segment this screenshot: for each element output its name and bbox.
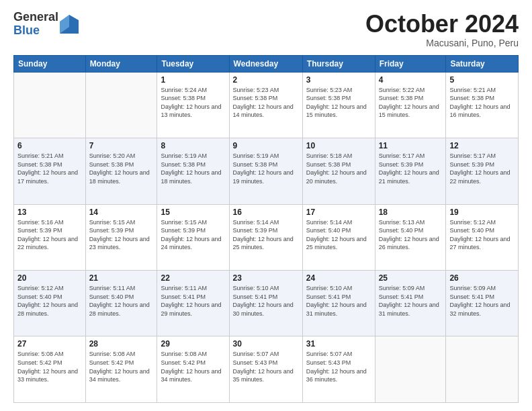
day-info: Sunrise: 5:12 AMSunset: 5:40 PMDaylight:… [449,218,515,252]
day-info: Sunrise: 5:23 AMSunset: 5:38 PMDaylight:… [233,86,299,120]
day-number: 20 [17,273,82,283]
header-thursday: Thursday [302,55,375,72]
header-tuesday: Tuesday [157,55,229,72]
table-row: 4Sunrise: 5:22 AMSunset: 5:38 PMDaylight… [375,72,446,138]
day-info: Sunrise: 5:20 AMSunset: 5:38 PMDaylight:… [89,152,154,185]
calendar-week-row: 20Sunrise: 5:12 AMSunset: 5:40 PMDayligh… [14,271,519,336]
day-info: Sunrise: 5:19 AMSunset: 5:38 PMDaylight:… [161,152,225,185]
day-number: 28 [89,339,154,349]
day-info: Sunrise: 5:21 AMSunset: 5:38 PMDaylight:… [17,152,82,185]
day-number: 19 [449,208,515,217]
header-saturday: Saturday [446,55,519,72]
day-info: Sunrise: 5:08 AMSunset: 5:42 PMDaylight:… [161,350,225,383]
day-number: 6 [17,141,82,150]
table-row: 22Sunrise: 5:11 AMSunset: 5:41 PMDayligh… [157,271,229,336]
header-wednesday: Wednesday [229,55,302,72]
title-block: October 2024 Macusani, Puno, Peru [365,11,519,48]
day-number: 14 [89,208,154,217]
day-info: Sunrise: 5:11 AMSunset: 5:41 PMDaylight:… [161,284,225,318]
day-info: Sunrise: 5:21 AMSunset: 5:38 PMDaylight:… [449,86,515,120]
table-row: 15Sunrise: 5:15 AMSunset: 5:39 PMDayligh… [157,204,229,270]
day-info: Sunrise: 5:07 AMSunset: 5:43 PMDaylight:… [306,350,371,383]
header-friday: Friday [375,55,446,72]
logo-text: General Blue [13,11,58,38]
calendar-week-row: 1Sunrise: 5:24 AMSunset: 5:38 PMDaylight… [14,72,519,138]
day-info: Sunrise: 5:16 AMSunset: 5:39 PMDaylight:… [17,218,82,252]
day-info: Sunrise: 5:17 AMSunset: 5:39 PMDaylight:… [449,152,515,185]
day-number: 2 [233,75,299,85]
table-row: 13Sunrise: 5:16 AMSunset: 5:39 PMDayligh… [14,204,86,270]
table-row: 21Sunrise: 5:11 AMSunset: 5:40 PMDayligh… [85,271,157,336]
header-monday: Monday [85,55,157,72]
logo-icon [60,15,79,34]
table-row: 30Sunrise: 5:07 AMSunset: 5:43 PMDayligh… [229,336,302,403]
calendar-table: Sunday Monday Tuesday Wednesday Thursday… [13,55,519,403]
day-number: 4 [379,75,443,85]
table-row [446,336,519,403]
day-info: Sunrise: 5:07 AMSunset: 5:43 PMDaylight:… [233,350,299,383]
day-number: 24 [306,273,371,283]
calendar-week-row: 27Sunrise: 5:08 AMSunset: 5:42 PMDayligh… [14,336,519,403]
calendar-week-row: 6Sunrise: 5:21 AMSunset: 5:38 PMDaylight… [14,138,519,204]
table-row: 6Sunrise: 5:21 AMSunset: 5:38 PMDaylight… [14,138,86,204]
day-number: 7 [89,141,154,150]
table-row: 2Sunrise: 5:23 AMSunset: 5:38 PMDaylight… [229,72,302,138]
page: General Blue October 2024 Macusani, Puno… [0,0,532,411]
day-info: Sunrise: 5:17 AMSunset: 5:39 PMDaylight:… [379,152,443,185]
day-info: Sunrise: 5:08 AMSunset: 5:42 PMDaylight:… [17,350,82,383]
day-info: Sunrise: 5:15 AMSunset: 5:39 PMDaylight:… [161,218,225,252]
day-info: Sunrise: 5:15 AMSunset: 5:39 PMDaylight:… [89,218,154,252]
day-number: 21 [89,273,154,283]
day-number: 22 [161,273,225,283]
day-number: 5 [449,75,515,85]
header-sunday: Sunday [14,55,86,72]
day-info: Sunrise: 5:14 AMSunset: 5:40 PMDaylight:… [306,218,371,252]
day-info: Sunrise: 5:08 AMSunset: 5:42 PMDaylight:… [89,350,154,383]
day-number: 26 [449,273,515,283]
table-row: 11Sunrise: 5:17 AMSunset: 5:39 PMDayligh… [375,138,446,204]
day-number: 23 [233,273,299,283]
day-number: 1 [161,75,225,85]
day-info: Sunrise: 5:23 AMSunset: 5:38 PMDaylight:… [306,86,371,120]
day-info: Sunrise: 5:09 AMSunset: 5:41 PMDaylight:… [379,284,443,318]
table-row: 27Sunrise: 5:08 AMSunset: 5:42 PMDayligh… [14,336,86,403]
day-info: Sunrise: 5:22 AMSunset: 5:38 PMDaylight:… [379,86,443,120]
logo: General Blue [13,11,79,38]
day-info: Sunrise: 5:18 AMSunset: 5:38 PMDaylight:… [306,152,371,185]
table-row: 5Sunrise: 5:21 AMSunset: 5:38 PMDaylight… [446,72,519,138]
table-row: 1Sunrise: 5:24 AMSunset: 5:38 PMDaylight… [157,72,229,138]
day-number: 27 [17,339,82,349]
day-info: Sunrise: 5:19 AMSunset: 5:38 PMDaylight:… [233,152,299,185]
table-row: 29Sunrise: 5:08 AMSunset: 5:42 PMDayligh… [157,336,229,403]
table-row: 25Sunrise: 5:09 AMSunset: 5:41 PMDayligh… [375,271,446,336]
day-number: 30 [233,339,299,349]
day-number: 11 [379,141,443,150]
day-number: 15 [161,208,225,217]
table-row: 26Sunrise: 5:09 AMSunset: 5:41 PMDayligh… [446,271,519,336]
table-row [375,336,446,403]
day-number: 29 [161,339,225,349]
table-row: 12Sunrise: 5:17 AMSunset: 5:39 PMDayligh… [446,138,519,204]
day-info: Sunrise: 5:12 AMSunset: 5:40 PMDaylight:… [17,284,82,318]
table-row: 17Sunrise: 5:14 AMSunset: 5:40 PMDayligh… [302,204,375,270]
weekday-header-row: Sunday Monday Tuesday Wednesday Thursday… [14,55,519,72]
table-row [14,72,86,138]
day-info: Sunrise: 5:24 AMSunset: 5:38 PMDaylight:… [161,86,225,120]
header: General Blue October 2024 Macusani, Puno… [13,11,519,48]
day-info: Sunrise: 5:10 AMSunset: 5:41 PMDaylight:… [306,284,371,318]
day-number: 17 [306,208,371,217]
table-row [85,72,157,138]
day-info: Sunrise: 5:11 AMSunset: 5:40 PMDaylight:… [89,284,154,318]
day-number: 13 [17,208,82,217]
day-info: Sunrise: 5:13 AMSunset: 5:40 PMDaylight:… [379,218,443,252]
day-number: 25 [379,273,443,283]
table-row: 24Sunrise: 5:10 AMSunset: 5:41 PMDayligh… [302,271,375,336]
table-row: 31Sunrise: 5:07 AMSunset: 5:43 PMDayligh… [302,336,375,403]
table-row: 28Sunrise: 5:08 AMSunset: 5:42 PMDayligh… [85,336,157,403]
table-row: 19Sunrise: 5:12 AMSunset: 5:40 PMDayligh… [446,204,519,270]
table-row: 3Sunrise: 5:23 AMSunset: 5:38 PMDaylight… [302,72,375,138]
day-info: Sunrise: 5:14 AMSunset: 5:39 PMDaylight:… [233,218,299,252]
location: Macusani, Puno, Peru [365,38,519,48]
table-row: 20Sunrise: 5:12 AMSunset: 5:40 PMDayligh… [14,271,86,336]
logo-blue: Blue [13,24,58,38]
